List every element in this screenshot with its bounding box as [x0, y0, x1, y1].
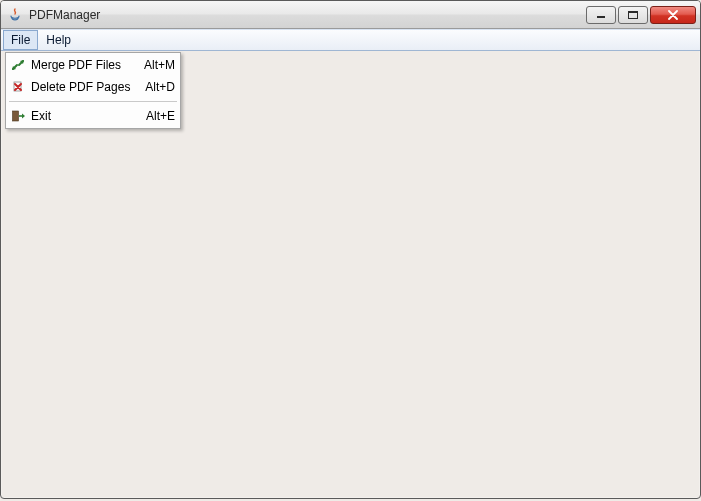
app-window: PDFManager File Help — [0, 0, 701, 499]
java-icon — [7, 7, 23, 23]
menu-item-label: Delete PDF Pages — [31, 80, 137, 94]
menu-item-label: Merge PDF Files — [31, 58, 136, 72]
svg-rect-2 — [628, 11, 638, 13]
minimize-button[interactable] — [586, 6, 616, 24]
menu-bar: File Help — [1, 29, 700, 51]
file-menu-dropdown: Merge PDF Files Alt+M Delete PDF Pages A… — [5, 52, 181, 129]
window-controls — [586, 1, 698, 28]
close-button[interactable] — [650, 6, 696, 24]
svg-rect-6 — [13, 111, 19, 121]
menu-item-accel: Alt+E — [146, 109, 175, 123]
exit-icon — [9, 108, 27, 124]
window-title: PDFManager — [29, 8, 586, 22]
menu-help[interactable]: Help — [38, 30, 79, 50]
menu-file[interactable]: File — [3, 30, 38, 50]
menu-item-merge-pdf[interactable]: Merge PDF Files Alt+M — [7, 54, 179, 76]
menu-item-label: Exit — [31, 109, 138, 123]
menu-item-accel: Alt+M — [144, 58, 175, 72]
svg-rect-0 — [597, 16, 605, 18]
merge-icon — [9, 57, 27, 73]
menu-separator — [9, 101, 177, 102]
menu-item-exit[interactable]: Exit Alt+E — [7, 105, 179, 127]
menu-item-accel: Alt+D — [145, 80, 175, 94]
delete-icon — [9, 79, 27, 95]
svg-marker-7 — [22, 114, 25, 119]
title-bar: PDFManager — [1, 1, 700, 29]
menu-item-delete-pages[interactable]: Delete PDF Pages Alt+D — [7, 76, 179, 98]
maximize-button[interactable] — [618, 6, 648, 24]
